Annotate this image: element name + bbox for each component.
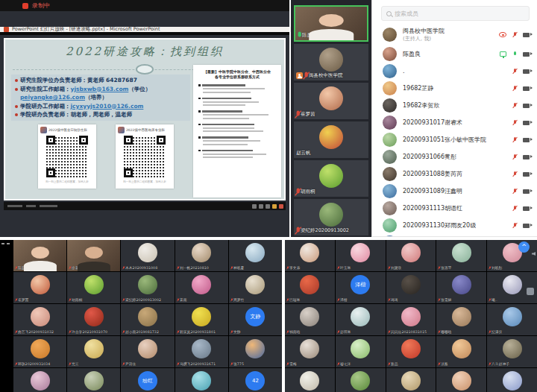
gallery-video-tile[interactable]: 小白绒绒	[285, 368, 335, 392]
gallery-video-tile[interactable]: 琦琦	[386, 272, 436, 303]
gallery-video-tile[interactable]: 爱子琪	[436, 368, 486, 392]
camera-icon[interactable]	[523, 52, 530, 57]
camera-icon[interactable]	[523, 69, 530, 74]
participant-row[interactable]: 20200931017谢睿术	[372, 114, 537, 131]
gallery-video-tile[interactable]: 纷红纷红	[121, 368, 174, 392]
participant-row[interactable]: 19682芷静	[372, 80, 537, 97]
screen-share-icon[interactable]	[500, 51, 506, 57]
camera-icon[interactable]	[523, 138, 530, 142]
strip-video-tile[interactable]: 崔梦茵	[294, 83, 368, 119]
participant-row[interactable]: 闽县校中医学院(主持人, 我)	[372, 24, 537, 45]
gallery-video-tile[interactable]: 叶玉琳	[336, 240, 386, 271]
participant-row[interactable]: .	[372, 63, 537, 80]
menu-button[interactable]	[266, 204, 270, 209]
participant-row[interactable]: 20200931089汪鑫明	[372, 183, 537, 200]
mic-on-icon	[297, 32, 301, 39]
gallery-video-tile[interactable]: 新品	[386, 336, 436, 367]
gallery-video-tile[interactable]: 穆七洋	[336, 336, 386, 367]
contact-line	[203, 127, 254, 129]
gallery-video-tile[interactable]: 舒琪琳	[336, 304, 386, 335]
next-slide-button[interactable]	[259, 204, 263, 209]
participant-row[interactable]: 20200931130郑雨友20级	[372, 217, 537, 234]
strip-video-tile[interactable]: 梁纪婷20200913002	[294, 199, 368, 235]
gallery-video-tile[interactable]: 木木20200931008	[121, 240, 174, 271]
gallery-video-tile[interactable]: 林晓夏	[229, 240, 282, 271]
camera-icon[interactable]	[523, 189, 530, 194]
camera-icon[interactable]	[523, 155, 530, 159]
camera-icon[interactable]	[523, 86, 530, 91]
camera-icon[interactable]	[523, 172, 530, 177]
participant-row[interactable]: 20200931066黄彤	[372, 148, 537, 165]
gallery-video-tile[interactable]: 雪梅	[285, 336, 335, 367]
gallery-video-tile[interactable]: 周梦竹	[229, 272, 282, 303]
gallery-video-tile[interactable]: 马骥飞20200931671	[175, 336, 228, 367]
gallery-video-tile[interactable]: 曲艺飞20200931032	[13, 304, 66, 335]
gallery-video-tile[interactable]: 元三	[67, 336, 120, 367]
annotate-button[interactable]	[272, 204, 277, 209]
gallery-video-tile[interactable]: 由楠筠	[336, 368, 386, 392]
email-link[interactable]: yjsbxwb@163.com	[71, 86, 129, 92]
camera-icon[interactable]	[523, 104, 530, 108]
gallery-video-tile[interactable]: 泽楷泽楷	[336, 272, 386, 303]
gallery-video-tile[interactable]: 嘟嘟晗	[436, 304, 486, 335]
ppt-presenter-bar[interactable]	[4, 202, 286, 210]
ppt-titlebar[interactable]: PowerPoint 幻灯片放映 - [研途攻略.pptx] - Microso…	[0, 27, 289, 35]
gallery-video-tile[interactable]: 刘丽颖20200931074	[487, 368, 537, 392]
search-input[interactable]	[395, 10, 506, 17]
gallery-video-tile[interactable]: 张775	[229, 336, 282, 367]
email-link[interactable]: jcyxyyjs2010@126.com	[71, 103, 144, 110]
participant-row[interactable]: 20200931088姜芮芮	[372, 165, 537, 183]
gallery-video-tile[interactable]: 淡雅	[436, 336, 486, 367]
gallery-video-tile[interactable]: 梁纪婷20200913002	[121, 272, 174, 303]
gallery-video-tile[interactable]: 白骨	[386, 368, 436, 392]
gallery-video-tile[interactable]: 闪闪仙20210831015	[386, 304, 436, 335]
gallery-video-tile[interactable]: 纪潇仪	[487, 304, 537, 335]
gallery-video-tile[interactable]: 刘晓彤	[487, 240, 537, 271]
camera-icon[interactable]	[523, 224, 530, 228]
gallery-video-tile[interactable]: 胡雨桐	[67, 272, 120, 303]
gallery-video-tile[interactable]: 文静文静	[229, 304, 282, 335]
gallery-video-tile[interactable]: 赵小雨2019081732	[121, 304, 174, 335]
camera-icon[interactable]	[523, 121, 530, 125]
gallery-video-tile[interactable]: 陈红202110931158	[175, 368, 228, 392]
strip-video-tile[interactable]: 闽县校中医学院	[294, 44, 368, 80]
participant-row[interactable]: 19682李贺欣	[372, 97, 537, 114]
gallery-video-tile[interactable]: 王飞琳	[67, 368, 120, 392]
gallery-video-tile[interactable]: 42白梦42	[229, 368, 282, 392]
camera-icon[interactable]	[523, 33, 530, 37]
search-box[interactable]	[381, 6, 530, 21]
strip-video-tile[interactable]: 赵云帆	[294, 121, 368, 158]
gallery-video-tile[interactable]: 姜南	[175, 272, 228, 303]
gallery-video-tile[interactable]: 陈盈良	[13, 240, 66, 271]
scroll-top-button[interactable]: ^	[518, 241, 530, 253]
gallery-video-tile[interactable]: 巴瑞琳	[285, 272, 335, 303]
gallery-video-tile[interactable]: 张雪妍	[436, 272, 486, 303]
close-slideshow-button[interactable]	[279, 204, 283, 209]
gallery-video-tile[interactable]: 郭笑岚20200931801	[175, 304, 228, 335]
gallery-video-tile[interactable]: 李文乐	[285, 240, 335, 271]
gallery-video-tile[interactable]: 尹诗佳	[121, 336, 174, 367]
gallery-video-tile[interactable]: 刘一帆20210810	[175, 240, 228, 271]
gallery-video-tile[interactable]: 徐老师	[67, 240, 120, 271]
attention-eye-icon[interactable]	[499, 32, 506, 37]
gallery-video-tile[interactable]: 韩轶20200931034	[13, 336, 66, 367]
side-tool-icon[interactable]	[527, 288, 534, 295]
participant-row[interactable]: 20200931051张小敏中医学院	[372, 131, 537, 148]
gallery-video-tile[interactable]: 张温琴	[436, 240, 486, 271]
gallery-video-tile[interactable]: 钱雨晗	[285, 304, 335, 335]
gallery-video-tile[interactable]: 口袋妹	[13, 368, 66, 392]
participant-row[interactable]: 陈盈良	[372, 45, 537, 63]
email-link[interactable]: peiyangke@126.com	[20, 94, 85, 101]
gallery-video-tile[interactable]: 八斗赵神子	[487, 336, 537, 367]
participant-row[interactable]: 20200941005黄永斌	[372, 234, 537, 237]
prev-slide-button[interactable]	[252, 204, 257, 209]
participant-name: 穆七洋	[340, 361, 351, 367]
gallery-video-tile[interactable]: 许合学20210931070	[67, 304, 120, 335]
gallery-video-tile[interactable]: 刘慧欣	[386, 240, 436, 271]
heading-bar	[202, 110, 242, 113]
gallery-video-tile[interactable]: 崔梦茵	[13, 272, 66, 303]
strip-video-tile[interactable]: 陈盈良	[294, 5, 368, 42]
participant-row[interactable]: 20200931113胡语红	[372, 200, 537, 217]
camera-icon[interactable]	[523, 206, 530, 211]
strip-video-tile[interactable]: 胡雨桐	[294, 160, 368, 197]
